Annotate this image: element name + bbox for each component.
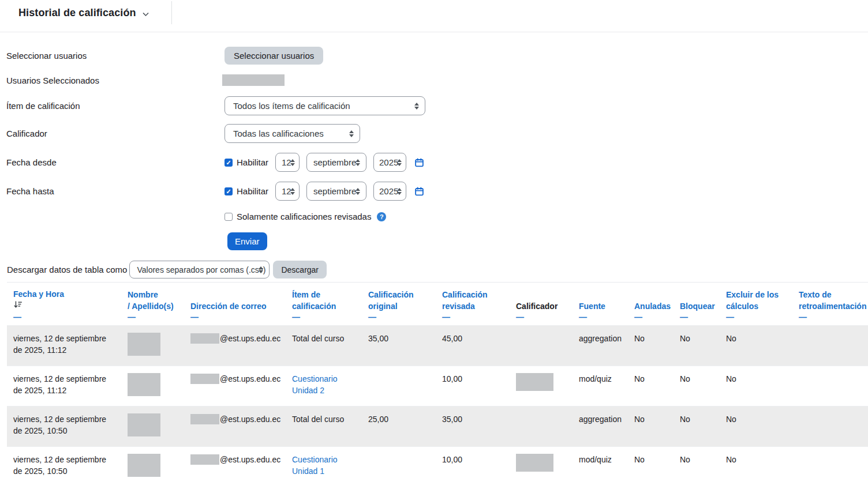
calendar-icon[interactable] <box>414 186 424 197</box>
grade-item-link[interactable]: Cuestionario Unidad 2 <box>292 374 338 395</box>
sort-excluded-link[interactable]: Excluir de los cálculos <box>726 290 779 311</box>
cell-revised-grade: 45,00 <box>436 326 510 366</box>
hide-column-link[interactable]: — <box>726 313 787 322</box>
name-redacted <box>128 413 160 436</box>
chevron-down-icon[interactable] <box>142 10 149 18</box>
sort-feedback-link[interactable]: Texto de retroalimentación <box>799 290 866 311</box>
date-from-day-value: 12 <box>276 157 299 167</box>
th-source: Fuente — <box>573 283 628 326</box>
grade-item-select[interactable]: Todos los ítems de calificación <box>225 96 425 115</box>
cell-grade-item: Total del curso <box>286 407 362 447</box>
cell-name <box>121 407 184 447</box>
sort-email-link[interactable]: Dirección de correo <box>190 302 267 311</box>
form-row-date-from: Fecha desde ✓ Habilitar 12 septiembre 20… <box>0 153 868 172</box>
hide-column-link[interactable]: — <box>128 313 178 322</box>
sort-locked-link[interactable]: Bloquear <box>680 302 715 311</box>
cell-grader <box>510 326 573 366</box>
sort-original-grade-link[interactable]: Calificación original <box>368 290 414 311</box>
table-row: viernes, 12 de septiembre de 2025, 11:12… <box>7 366 868 407</box>
hide-column-link[interactable]: — <box>292 313 356 322</box>
name-redacted <box>128 373 160 396</box>
form-row-revised-only: Solamente calificaciones revisadas ? <box>0 212 868 221</box>
cell-grade-item: Cuestionario Unidad 1 <box>286 447 362 478</box>
cell-feedback <box>792 366 868 407</box>
grade-item-link[interactable]: Cuestionario Unidad 1 <box>292 455 338 476</box>
cell-revised-grade: 10,00 <box>436 447 510 478</box>
cell-revised-grade: 10,00 <box>436 366 510 407</box>
date-to-day-select[interactable]: 12 <box>275 182 300 201</box>
date-from-day-select[interactable]: 12 <box>275 153 300 172</box>
selected-users-redacted <box>222 74 285 86</box>
cell-name <box>121 326 184 366</box>
date-to-day-value: 12 <box>276 186 299 196</box>
email-domain: @est.ups.edu.ec <box>220 455 280 464</box>
revised-only-checkbox[interactable] <box>225 213 233 221</box>
th-excluded: Excluir de los cálculos — <box>720 283 792 326</box>
date-to-month-select[interactable]: septiembre <box>306 182 366 201</box>
hide-column-link[interactable]: — <box>799 313 862 322</box>
hide-column-link[interactable]: — <box>680 313 714 322</box>
cell-grader <box>510 366 573 407</box>
cell-datetime: viernes, 12 de septiembre de 2025, 10:50 <box>7 407 121 447</box>
download-label: Descargar datos de tabla como <box>7 265 127 274</box>
hide-column-link[interactable]: — <box>516 313 567 322</box>
date-to-enable-label: Habilitar <box>237 186 268 196</box>
grade-item-label: Ítem de calificación <box>0 101 225 111</box>
select-caret-icon <box>349 130 354 137</box>
date-to-year-select[interactable]: 2025 <box>373 182 406 201</box>
email-redacted <box>190 454 219 465</box>
sort-desc-icon[interactable] <box>13 300 115 312</box>
hide-column-link[interactable]: — <box>579 313 622 322</box>
select-users-label: Seleccionar usuarios <box>0 51 225 61</box>
cell-source: mod/quiz <box>573 447 628 478</box>
th-revised-grade: Calificación revisada — <box>436 283 510 326</box>
select-users-button[interactable]: Seleccionar usuarios <box>225 47 323 65</box>
table-row: viernes, 12 de septiembre de 2025, 10:50… <box>7 447 868 478</box>
cell-locked: No <box>674 366 720 407</box>
sort-firstname-link[interactable]: Nombre <box>128 289 178 300</box>
sort-grade-item-link[interactable]: Ítem de calificación <box>292 290 336 311</box>
submit-button[interactable]: Enviar <box>227 232 267 250</box>
email-domain: @est.ups.edu.ec <box>220 415 280 424</box>
form-row-grader: Calificador Todas las calificaciones <box>0 124 868 143</box>
grade-item-selected-value: Todos los ítems de calificación <box>225 101 366 111</box>
revised-only-label: Solamente calificaciones revisadas <box>237 212 371 221</box>
help-icon[interactable]: ? <box>377 212 386 221</box>
cell-original-grade: 25,00 <box>362 407 436 447</box>
cell-feedback <box>792 407 868 447</box>
th-datetime: Fecha y Hora — <box>7 283 121 326</box>
cell-datetime: viernes, 12 de septiembre de 2025, 11:12 <box>7 326 121 366</box>
download-button[interactable]: Descargar <box>273 261 327 278</box>
hide-column-link[interactable]: — <box>13 313 115 322</box>
cell-locked: No <box>674 407 720 447</box>
cell-feedback <box>792 447 868 478</box>
date-to-enable-checkbox[interactable]: ✓ <box>225 187 233 195</box>
grader-label: Calificador <box>0 129 225 138</box>
sort-datetime-link[interactable]: Fecha y Hora <box>13 289 64 299</box>
form-row-grade-item: Ítem de calificación Todos los ítems de … <box>0 96 868 115</box>
email-domain: @est.ups.edu.ec <box>220 334 280 343</box>
calendar-icon[interactable] <box>414 157 424 168</box>
grader-select[interactable]: Todas las calificaciones <box>225 124 360 143</box>
hide-column-link[interactable]: — <box>634 313 668 322</box>
download-format-select[interactable]: Valores separados por comas (.csv) <box>129 261 270 278</box>
date-from-enable-checkbox[interactable]: ✓ <box>225 159 233 167</box>
hide-column-link[interactable]: — <box>190 313 280 322</box>
date-from-year-select[interactable]: 2025 <box>373 153 406 172</box>
grader-selected-value: Todas las calificaciones <box>225 129 340 138</box>
page-header: Historial de calificación <box>0 0 868 32</box>
sort-lastname-link[interactable]: / Apellido(s) <box>128 300 178 312</box>
sort-revised-grade-link[interactable]: Calificación revisada <box>442 290 488 311</box>
cell-grade-item: Cuestionario Unidad 2 <box>286 366 362 407</box>
cell-grader <box>510 407 573 447</box>
date-from-month-select[interactable]: septiembre <box>306 153 366 172</box>
sort-overridden-link[interactable]: Anuladas <box>634 302 671 311</box>
name-redacted <box>128 454 160 477</box>
cell-excluded: No <box>720 366 792 407</box>
sort-source-link[interactable]: Fuente <box>579 302 605 311</box>
cell-datetime: viernes, 12 de septiembre de 2025, 11:12 <box>7 366 121 407</box>
form-row-select-users: Seleccionar usuarios Seleccionar usuario… <box>0 47 868 65</box>
hide-column-link[interactable]: — <box>442 313 504 322</box>
hide-column-link[interactable]: — <box>368 313 430 322</box>
cell-grader <box>510 447 573 478</box>
